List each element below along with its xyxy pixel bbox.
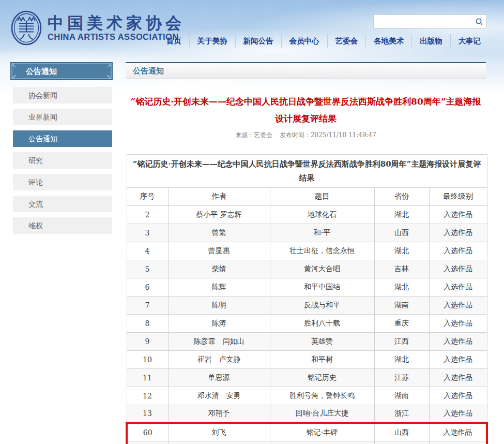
sidebar-item[interactable]: 维权 <box>13 217 112 234</box>
table-cell: 吉林 <box>374 260 429 278</box>
table-cell: 曾繁 <box>168 224 270 242</box>
nav-item[interactable]: 大事记 <box>450 34 489 48</box>
table-row: 60刘飞铭记·丰碑山西入选作品 <box>127 423 487 441</box>
table-row: 3曾繁和·平山西入选作品 <box>127 224 487 242</box>
table-column-header: 作者 <box>168 187 270 205</box>
table-cell: 邓翔予 <box>168 405 270 423</box>
table-row: 11单思源铭记历史江苏入选作品 <box>127 368 487 387</box>
table-cell: 蔡小平 罗志辉 <box>168 205 270 224</box>
search-box <box>373 14 486 28</box>
table-cell: 和平长歌 <box>270 441 374 444</box>
table-cell: 和·平 <box>270 224 374 242</box>
sidebar-item[interactable]: 协会新闻 <box>13 87 112 103</box>
table-cell: 4 <box>127 242 168 260</box>
sidebar-item[interactable]: 业界新闻 <box>13 109 112 125</box>
nav-item[interactable]: 新闻公告 <box>235 34 281 48</box>
table-cell: 入选作品 <box>429 368 487 387</box>
sidebar-item[interactable]: 交流 <box>13 196 112 212</box>
table-cell: 胜利号角，警钟长鸣 <box>270 387 374 405</box>
table-cell: 2 <box>127 205 168 224</box>
table-row: 6陈辉和平中国结湖北入选作品 <box>127 278 487 296</box>
table-cell: 11 <box>127 368 168 387</box>
table-row: 7陈明反战与和平湖南入选作品 <box>127 296 487 314</box>
table-cell: 反战与和平 <box>270 296 374 314</box>
table-cell: 和平树 <box>270 350 374 368</box>
table-header-row: 序号作者题目省份最终级别 <box>127 187 487 205</box>
table-row: 5柴婧黄河大合唱吉林入选作品 <box>127 260 487 278</box>
table-cell: 胜利八十载 <box>270 314 374 332</box>
table-cell: 入选作品 <box>429 405 487 423</box>
table-cell: 铭记·丰碑 <box>270 423 374 441</box>
nav-item[interactable]: 首页 <box>159 34 189 48</box>
table-cell: 湖北 <box>374 205 429 224</box>
table-row: 2蔡小平 罗志辉地球化石湖北入选作品 <box>127 205 487 224</box>
table-cell: 湖北 <box>374 278 429 296</box>
main-nav: 首页关于美协新闻公告会员中心艺委会各地美术出版物大事记 <box>159 34 489 48</box>
table-cell: 入选作品 <box>429 296 487 314</box>
table-cell: 60 <box>127 423 168 441</box>
table-column-header: 序号 <box>127 187 168 205</box>
table-cell: 入选作品 <box>429 278 487 296</box>
search-input[interactable] <box>374 15 472 28</box>
article-title: “铭记历史·开创未来——纪念中国人民抗日战争暨世界反法西斯战争胜利80周年”主题… <box>126 93 486 127</box>
table-cell: 入选作品 <box>429 242 487 260</box>
table-cell: 浙江 <box>374 405 429 423</box>
table-cell: 陈明 <box>168 296 270 314</box>
table-cell: 入选作品 <box>429 260 487 278</box>
table-caption-row: “铭记历史·开创未来——纪念中国人民抗日战争暨世界反法西斯战争胜利80周年”主题… <box>127 155 487 188</box>
table-cell: 入选作品 <box>429 441 487 444</box>
nav-item[interactable]: 会员中心 <box>281 34 327 48</box>
table-cell: 6 <box>127 278 168 296</box>
table-cell: 黄河大合唱 <box>270 260 374 278</box>
corner-ornament-icon <box>12 64 17 68</box>
nav-item[interactable]: 艺委会 <box>327 34 366 48</box>
table-cell: 柴婧 <box>168 260 270 278</box>
sidebar-items: 协会新闻业界新闻公告通知研究评论交流维权 <box>13 87 113 234</box>
sidebar-title: 公告通知 <box>10 62 113 80</box>
sidebar: 公告通知 协会新闻业界新闻公告通知研究评论交流维权 <box>10 62 113 234</box>
table-cell: 山西 <box>374 224 429 242</box>
table-cell: 13 <box>127 405 168 423</box>
table-cell: 8 <box>127 314 168 332</box>
table-cell: 刘飞 <box>168 423 270 441</box>
table-cell: 江西 <box>374 332 429 350</box>
corner-ornament-icon <box>12 74 17 79</box>
nav-item[interactable]: 关于美协 <box>189 34 235 48</box>
table-row: 8陈涛胜利八十载重庆入选作品 <box>127 314 487 332</box>
nav-item[interactable]: 出版物 <box>411 34 450 48</box>
site-header: 中国美术家协会 CHINA ARTISTS ASSOCIATION 首页关于美协… <box>0 0 504 57</box>
table-cell: 5 <box>127 260 168 278</box>
logo-seal-icon <box>10 10 42 46</box>
table-cell: 单思源 <box>168 368 270 387</box>
article-meta: 来源：艺委会 发布时间：2025/11/10 11:49:47 <box>126 131 486 140</box>
table-row: 9陈彦霏 闫如山英雄赞江西入选作品 <box>127 332 487 350</box>
table-row: 13邓翔予回响·台儿庄大捷浙江入选作品 <box>127 405 487 423</box>
table-cell: 入选作品 <box>429 224 487 242</box>
sidebar-item[interactable]: 评论 <box>13 174 112 190</box>
table-column-header: 题目 <box>270 187 374 205</box>
results-table: “铭记历史·开创未来——纪念中国人民抗日战争暨世界反法西斯战争胜利80周年”主题… <box>126 154 488 444</box>
table-cell: 10 <box>127 350 168 368</box>
table-caption: “铭记历史·开创未来——纪念中国人民抗日战争暨世界反法西斯战争胜利80周年”主题… <box>127 155 487 188</box>
table-cell: 谭建梅 <box>168 441 270 444</box>
table-cell: 入选作品 <box>429 350 487 368</box>
nav-item[interactable]: 各地美术 <box>365 34 411 48</box>
sidebar-item[interactable]: 研究 <box>13 152 112 169</box>
table-cell: 入选作品 <box>429 387 487 405</box>
table-cell: 入选作品 <box>429 332 487 350</box>
table-row: 10崔岩 卢文静和平树湖北入选作品 <box>127 350 487 368</box>
table-cell: 曾显惠 <box>168 242 270 260</box>
table-cell: 重庆 <box>374 314 429 332</box>
sidebar-title-label: 公告通知 <box>26 67 57 76</box>
table-cell: 入选作品 <box>429 205 487 224</box>
table-cell: 3 <box>127 224 168 242</box>
table-cell: 和平中国结 <box>270 278 374 296</box>
search-button[interactable] <box>472 15 486 28</box>
sidebar-item[interactable]: 公告通知 <box>13 130 112 147</box>
table-cell: 英雄赞 <box>270 332 374 350</box>
table-cell: 地球化石 <box>270 205 374 224</box>
article-source: 来源：艺委会 <box>235 131 272 139</box>
table-cell: 湖南 <box>374 296 429 314</box>
breadcrumb-section-title: 公告通知 <box>126 62 486 79</box>
table-cell: 陈辉 <box>168 278 270 296</box>
